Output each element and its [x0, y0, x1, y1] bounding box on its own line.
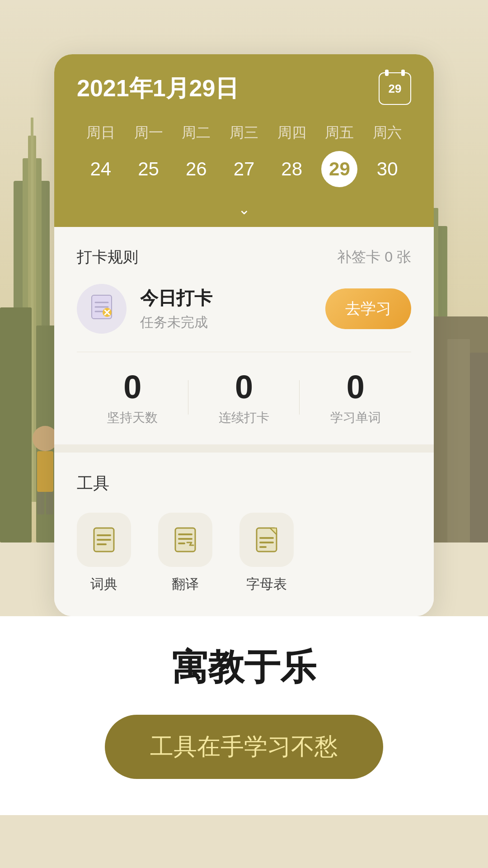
chevron-down-icon[interactable]: ⌄	[238, 201, 250, 217]
main-card: 2021年1月29日 29 周日 周一 周二 周三 周四 周五 周六 24 25…	[54, 54, 434, 616]
today-punch-label: 今日打卡	[140, 286, 312, 311]
alphabet-icon	[252, 525, 281, 554]
svg-rect-20	[37, 451, 53, 492]
date-27[interactable]: 27	[234, 152, 255, 186]
punch-header: 打卡规则 补签卡 0 张	[77, 247, 411, 268]
svg-rect-5	[28, 136, 36, 502]
today-punch-row: 今日打卡 任务未完成 去学习	[77, 284, 411, 352]
svg-rect-21	[37, 492, 44, 514]
svg-rect-17	[447, 339, 470, 542]
svg-rect-6	[31, 118, 33, 502]
stat-streak-number: 0	[188, 368, 300, 406]
tool-alphabet-icon-wrap	[239, 513, 294, 567]
date-25[interactable]: 25	[138, 152, 159, 186]
calendar-title: 2021年1月29日	[77, 73, 239, 104]
svg-rect-16	[429, 316, 488, 542]
weekday-wed: 周三	[220, 118, 268, 147]
weekday-sun: 周日	[77, 118, 125, 147]
weekday-fri: 周五	[316, 118, 364, 147]
stat-persistence: 0 坚持天数	[77, 368, 188, 426]
stat-persistence-number: 0	[77, 368, 188, 406]
stats-row: 0 坚持天数 0 连续打卡 0 学习单词	[77, 352, 411, 426]
punch-sub-label: 任务未完成	[140, 315, 208, 330]
weekday-thu: 周四	[268, 118, 316, 147]
svg-rect-7	[0, 307, 32, 542]
stat-words: 0 学习单词	[300, 368, 411, 426]
weekday-row: 周日 周一 周二 周三 周四 周五 周六	[77, 118, 411, 147]
calendar-icon-button[interactable]: 29	[379, 72, 411, 105]
calendar-expand-row[interactable]: ⌄	[54, 196, 434, 227]
stat-streak-label: 连续打卡	[188, 409, 300, 426]
slogan-text: 寓教于乐	[172, 643, 316, 692]
tool-alphabet[interactable]: 字母表	[239, 513, 294, 594]
punch-rules-label: 打卡规则	[77, 247, 138, 268]
bottom-section: 寓教于乐 工具在手学习不愁	[0, 616, 488, 815]
punch-icon	[87, 292, 116, 326]
calendar-header: 2021年1月29日 29 周日 周一 周二 周三 周四 周五 周六 24 25…	[54, 54, 434, 196]
slogan-button[interactable]: 工具在手学习不愁	[105, 715, 383, 779]
tools-section-label: 工具	[77, 472, 411, 495]
tool-translate-label: 翻译	[172, 575, 199, 594]
svg-rect-18	[470, 353, 488, 542]
tool-alphabet-label: 字母表	[246, 575, 287, 594]
weekday-tue: 周二	[172, 118, 220, 147]
stat-persistence-label: 坚持天数	[77, 409, 188, 426]
punch-icon-wrap	[77, 284, 127, 334]
translate-icon	[171, 525, 200, 554]
svg-rect-4	[23, 158, 42, 502]
date-26[interactable]: 26	[186, 152, 207, 186]
tool-translate[interactable]: 翻译	[158, 513, 212, 594]
tool-dictionary-label: 词典	[90, 575, 117, 594]
stat-streak: 0 连续打卡	[188, 368, 300, 426]
punch-section: 打卡规则 补签卡 0 张	[54, 227, 434, 444]
svg-rect-22	[46, 492, 53, 514]
tools-section: 工具 词典	[54, 444, 434, 616]
go-study-button[interactable]: 去学习	[325, 288, 411, 329]
date-row: 24 25 26 27 28 29 30	[77, 151, 411, 196]
date-29-active[interactable]: 29	[321, 151, 357, 187]
calendar-icon-date: 29	[389, 82, 402, 96]
punch-supplement-label: 补签卡 0 张	[337, 247, 411, 267]
date-28[interactable]: 28	[281, 152, 302, 186]
tool-translate-icon-wrap	[158, 513, 212, 567]
dictionary-icon	[89, 525, 118, 554]
date-30[interactable]: 30	[377, 152, 398, 186]
punch-text-block: 今日打卡 任务未完成	[140, 286, 312, 332]
svg-rect-3	[14, 181, 50, 497]
stat-words-label: 学习单词	[300, 409, 411, 426]
tools-grid: 词典 翻译	[77, 513, 411, 594]
tool-dictionary-icon-wrap	[77, 513, 131, 567]
weekday-sat: 周六	[363, 118, 411, 147]
stat-words-number: 0	[300, 368, 411, 406]
date-24[interactable]: 24	[90, 152, 111, 186]
tool-dictionary[interactable]: 词典	[77, 513, 131, 594]
weekday-mon: 周一	[125, 118, 173, 147]
